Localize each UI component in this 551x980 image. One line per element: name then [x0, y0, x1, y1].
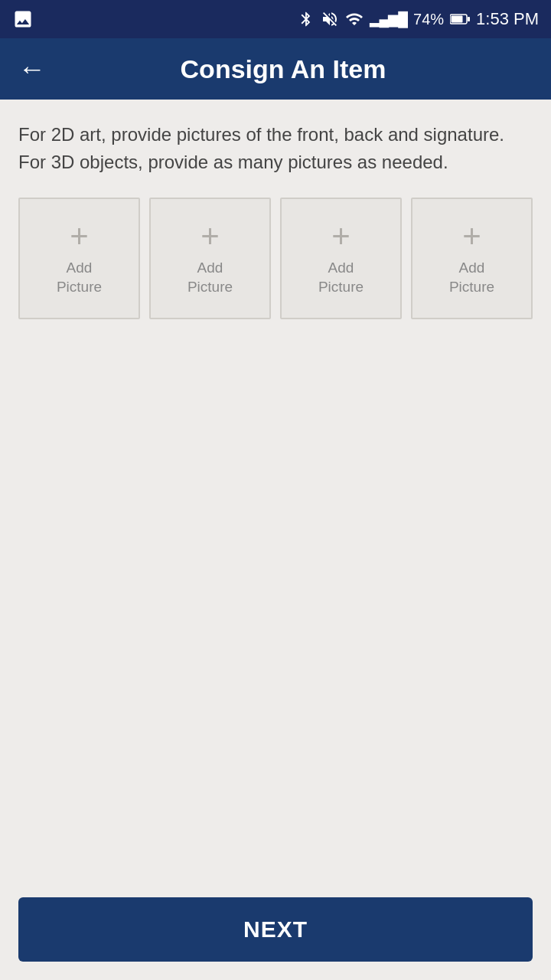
- status-bar: ▂▄▆█ 74% 1:53 PM: [0, 0, 551, 38]
- svg-rect-2: [468, 17, 470, 21]
- add-picture-4[interactable]: + AddPicture: [411, 198, 533, 319]
- wifi-icon: [345, 10, 364, 28]
- status-right-icons: ▂▄▆█ 74% 1:53 PM: [298, 9, 539, 29]
- signal-icon: ▂▄▆█: [370, 11, 408, 28]
- add-picture-label-3: AddPicture: [318, 259, 364, 296]
- battery-text: 74%: [413, 11, 444, 28]
- page-title: Consign An Item: [64, 54, 502, 84]
- battery-icon: [450, 14, 470, 24]
- back-button[interactable]: ←: [18, 53, 46, 85]
- next-button[interactable]: NEXT: [18, 897, 533, 962]
- toolbar: ← Consign An Item: [0, 38, 551, 100]
- status-time: 1:53 PM: [476, 9, 539, 29]
- status-left-icons: [12, 8, 34, 30]
- bluetooth-icon: [298, 11, 315, 28]
- add-picture-label-1: AddPicture: [57, 259, 102, 296]
- mute-icon: [321, 10, 339, 28]
- image-icon: [12, 8, 34, 30]
- add-picture-1[interactable]: + AddPicture: [18, 198, 140, 319]
- instruction-text: For 2D art, provide pictures of the fron…: [18, 121, 533, 176]
- add-picture-label-4: AddPicture: [449, 259, 494, 296]
- picture-grid: + AddPicture + AddPicture + AddPicture +…: [18, 198, 533, 319]
- svg-rect-1: [452, 16, 463, 23]
- add-picture-2[interactable]: + AddPicture: [149, 198, 271, 319]
- plus-icon-3: +: [331, 220, 350, 253]
- add-picture-3[interactable]: + AddPicture: [280, 198, 402, 319]
- back-arrow-icon: ←: [18, 53, 46, 85]
- main-content: For 2D art, provide pictures of the fron…: [0, 100, 551, 885]
- plus-icon-4: +: [462, 220, 481, 253]
- plus-icon-1: +: [70, 220, 89, 253]
- add-picture-label-2: AddPicture: [187, 259, 233, 296]
- plus-icon-2: +: [201, 220, 220, 253]
- bottom-bar: NEXT: [0, 885, 551, 980]
